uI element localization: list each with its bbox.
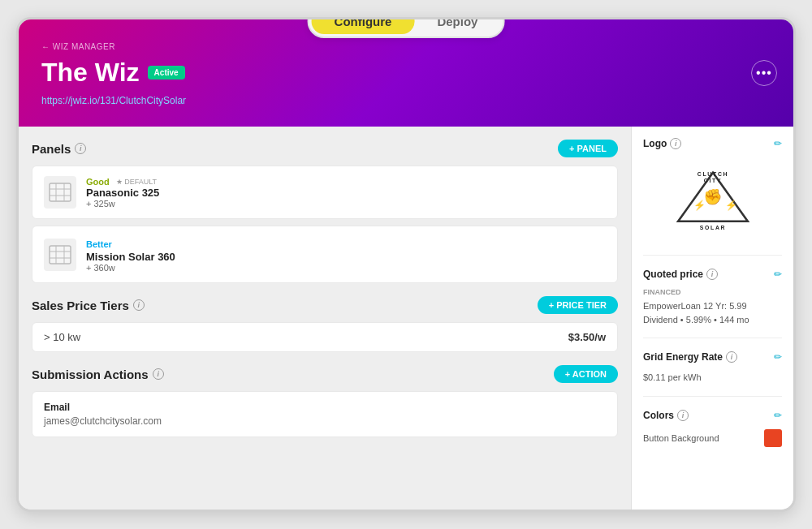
back-link[interactable]: ← WIZ MANAGER: [41, 42, 771, 51]
colors-section: Colors i ✏ Button Background: [643, 410, 782, 458]
panel-watt-2: + 360w: [86, 263, 175, 273]
svg-text:SOLAR: SOLAR: [699, 225, 726, 230]
price-tier-label: > 10 kw: [44, 331, 80, 343]
grid-energy-section: Grid Energy Rate i ✏ $0.11 per kWh: [643, 351, 782, 397]
company-logo: ✊ ⚡ ⚡ CLUTCH CITY SOLAR: [664, 164, 762, 237]
add-panel-button[interactable]: + PANEL: [558, 140, 618, 157]
submission-section: Submission Actions i + ACTION Email jame…: [32, 365, 618, 437]
svg-rect-0: [50, 183, 71, 201]
quoted-price-title: Quoted price i: [643, 269, 718, 280]
quoted-price-edit-icon[interactable]: ✏: [774, 269, 782, 280]
colors-info-icon: i: [677, 410, 689, 421]
svg-text:CLUTCH: CLUTCH: [697, 171, 728, 177]
logo-section: Logo i ✏ ✊ ⚡ ⚡ CLUTCH: [643, 138, 782, 256]
logo-container: ✊ ⚡ ⚡ CLUTCH CITY SOLAR: [643, 157, 782, 243]
panels-info-icon: i: [75, 143, 86, 154]
main-content: Panels i + PANEL: [19, 127, 793, 511]
color-row-1: Button Background: [643, 429, 782, 447]
price-tier-row-1: > 10 kw $3.50/w: [32, 322, 618, 352]
price-info-icon: i: [133, 299, 145, 311]
tab-deploy[interactable]: Deploy: [414, 17, 500, 34]
add-price-tier-button[interactable]: + PRICE TIER: [538, 296, 618, 314]
svg-text:⚡: ⚡: [725, 199, 737, 211]
color-label: Button Background: [643, 433, 719, 443]
panel-tier-2: Better: [86, 239, 112, 249]
submission-info-icon: i: [153, 368, 164, 380]
panel-info-1: Good ★ DEFAULT Panasonic 325 + 325w: [86, 177, 159, 209]
panel-card-2: Better Mission Solar 360 + 360w: [32, 226, 618, 283]
quoted-price-section: Quoted price i ✏ FINANCED EmpowerLoan 12…: [643, 269, 782, 338]
quoted-type: FINANCED: [643, 288, 782, 296]
action-card-1: Email james@clutchcitysolar.com: [32, 391, 618, 437]
panel-name-1: Panasonic 325: [86, 187, 159, 199]
tab-configure[interactable]: Configure: [312, 17, 415, 34]
svg-text:CITY: CITY: [703, 178, 721, 183]
add-action-button[interactable]: + ACTION: [554, 365, 618, 383]
panel-card-1: Good ★ DEFAULT Panasonic 325 + 325w: [32, 166, 618, 219]
left-panel: Panels i + PANEL: [19, 127, 631, 511]
panel-name-2: Mission Solar 360: [86, 251, 175, 263]
grid-energy-edit-icon[interactable]: ✏: [774, 351, 782, 363]
wiz-url-link[interactable]: https://jwiz.io/131/ClutchCitySolar: [41, 95, 186, 106]
color-swatch-1[interactable]: [764, 429, 782, 447]
svg-text:✊: ✊: [703, 187, 723, 206]
logo-info-icon: i: [670, 138, 681, 149]
more-options-button[interactable]: •••: [751, 60, 777, 86]
panel-info-2: Better Mission Solar 360 + 360w: [86, 236, 175, 273]
grid-info-icon: i: [726, 351, 737, 363]
panel-thumb-2: [44, 239, 76, 271]
svg-text:⚡: ⚡: [693, 199, 706, 211]
action-type: Email: [44, 402, 606, 413]
price-tier-value: $3.50/w: [568, 331, 606, 343]
grid-energy-title: Grid Energy Rate i: [643, 351, 737, 363]
grid-energy-value: $0.11 per kWh: [643, 371, 782, 385]
submission-title: Submission Actions i: [32, 368, 164, 381]
right-panel: Logo i ✏ ✊ ⚡ ⚡ CLUTCH: [631, 127, 793, 511]
status-badge: Active: [148, 66, 185, 80]
panel-watt-1: + 325w: [86, 199, 159, 209]
quoted-line2: Dividend • 5.99% • 144 mo: [643, 313, 782, 327]
action-value: james@clutchcitysolar.com: [44, 415, 606, 427]
panel-tier-1: Good: [86, 177, 110, 187]
quoted-info-icon: i: [706, 269, 718, 280]
price-tiers-title: Sales Price Tiers i: [32, 299, 145, 312]
price-tiers-section: Sales Price Tiers i + PRICE TIER > 10 kw…: [32, 296, 618, 352]
panels-section: Panels i + PANEL: [32, 140, 618, 283]
svg-rect-5: [50, 246, 71, 264]
panels-section-title: Panels i: [32, 142, 86, 156]
quoted-line1: EmpowerLoan 12 Yr: 5.99: [643, 299, 782, 313]
colors-edit-icon[interactable]: ✏: [774, 410, 782, 421]
panel-thumb-1: [44, 176, 76, 209]
logo-section-title: Logo i: [643, 138, 681, 149]
panel-default-badge-1: ★ DEFAULT: [116, 178, 157, 186]
colors-title: Colors i: [643, 410, 689, 421]
page-title: The Wiz: [41, 58, 140, 88]
logo-edit-icon[interactable]: ✏: [774, 138, 782, 149]
